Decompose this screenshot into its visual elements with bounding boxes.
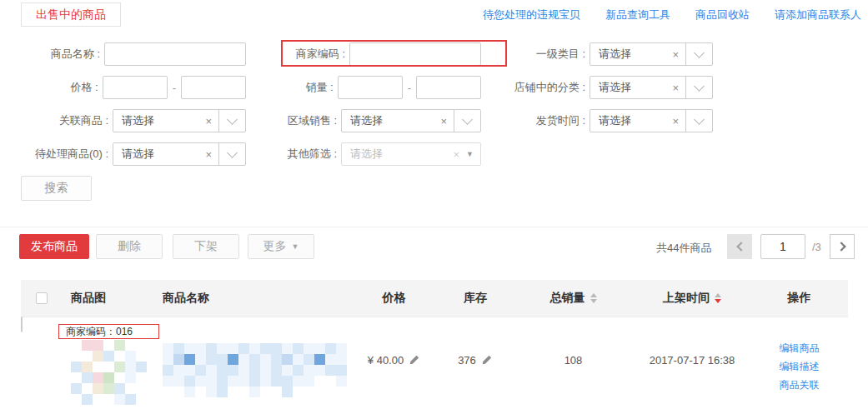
link-add-product-contact[interactable]: 请添加商品联系人 [775, 7, 861, 22]
pending-product-label: 待处理商品(0) : [35, 147, 108, 162]
related-product-select-value: 请选择 [122, 113, 202, 128]
range-separator: - [173, 82, 176, 94]
range-separator: - [408, 82, 411, 94]
more-button[interactable]: 更多 ▼ [248, 234, 314, 259]
product-image-blurred[interactable] [71, 340, 154, 405]
sales-min-input[interactable] [338, 76, 403, 99]
related-product-label: 关联商品 : [59, 113, 108, 128]
product-name-input[interactable] [104, 42, 246, 66]
sort-icons-sales[interactable] [590, 293, 597, 303]
field-related-product: 关联商品 : 请选择 × [0, 109, 246, 132]
field-pending-product: 待处理商品(0) : 请选择 × [0, 142, 246, 166]
shop-category-label: 店铺中的分类 : [514, 80, 585, 95]
field-sales-range: 销量 : - [250, 76, 481, 99]
field-seller-code: 商家编码 : [250, 42, 481, 66]
seller-code-annotation: 商家编码：016 [58, 324, 159, 339]
sales-label: 销量 : [305, 80, 333, 95]
pending-product-select[interactable]: 请选择 × [113, 142, 246, 166]
category-select[interactable]: 请选择 × [590, 42, 713, 66]
table-header: 商品图 商品名称 价格 库存 总销量 上架时间 操作 [21, 280, 848, 317]
chevron-down-icon[interactable] [685, 43, 712, 65]
shop-category-select[interactable]: 请选择 × [590, 76, 713, 99]
field-other-filter: 其他筛选 : 请选择 × ▼ [250, 142, 481, 166]
header-product-image: 商品图 [63, 291, 154, 306]
page-number-input[interactable] [760, 234, 805, 259]
edit-price-icon[interactable] [409, 354, 420, 366]
header-listed-time: 上架时间 [634, 291, 750, 306]
field-shop-category: 店铺中的分类 : 请选择 × [500, 76, 713, 99]
edit-description-link[interactable]: 编辑描述 [780, 357, 820, 376]
clear-icon[interactable]: × [205, 115, 212, 127]
sort-asc-icon[interactable] [715, 293, 721, 297]
price-max-input[interactable] [181, 76, 246, 99]
edit-stock-icon[interactable] [481, 354, 493, 366]
total-sales-value: 108 [564, 354, 583, 367]
field-delivery-time: 发货时间 : 请选择 × [500, 109, 713, 132]
delivery-time-select-value: 请选择 [599, 113, 669, 128]
header-price: 价格 [350, 291, 438, 306]
price-value: ¥ 40.00 [368, 354, 404, 367]
listed-time-value: 2017-07-17 16:38 [650, 354, 735, 367]
chevron-down-icon[interactable] [218, 143, 245, 165]
sort-icons-time[interactable] [715, 293, 721, 303]
clear-icon[interactable]: × [672, 115, 679, 127]
caret-down-icon[interactable]: ▼ [466, 150, 474, 158]
header-stock: 库存 [438, 291, 513, 306]
delivery-time-select[interactable]: 请选择 × [590, 109, 713, 132]
header-product-name: 商品名称 [154, 291, 350, 306]
caret-down-icon: ▼ [292, 242, 299, 251]
chevron-right-icon [836, 242, 845, 251]
row-checkbox[interactable] [21, 317, 23, 332]
take-down-button[interactable]: 下架 [173, 234, 239, 259]
clear-icon[interactable]: × [672, 48, 679, 61]
region-sale-select-value: 请选择 [350, 113, 437, 128]
delete-button[interactable]: 删除 [96, 234, 163, 259]
link-violation-items[interactable]: 待您处理的违规宝贝 [483, 7, 580, 22]
seller-code-label: 商家编码 : [296, 47, 345, 62]
chevron-down-icon[interactable] [454, 110, 480, 132]
delivery-time-label: 发货时间 : [536, 113, 585, 128]
total-pages-label: /3 [812, 241, 821, 253]
edit-product-link[interactable]: 编辑商品 [780, 339, 820, 357]
region-sale-select[interactable]: 请选择 × [341, 109, 481, 132]
select-all-checkbox[interactable] [36, 292, 48, 304]
other-filter-select[interactable]: 请选择 × ▼ [341, 142, 481, 166]
chevron-down-icon[interactable] [685, 110, 712, 132]
other-filter-select-value: 请选择 [350, 147, 449, 162]
category-label: 一级类目 : [536, 47, 585, 62]
clear-icon[interactable]: × [453, 148, 459, 161]
product-management-page: 出售中的商品 待您处理的违规宝贝 新品查询工具 商品回收站 请添加商品联系人 商… [0, 0, 868, 409]
sales-max-input[interactable] [416, 76, 481, 99]
sort-desc-icon[interactable] [590, 299, 597, 303]
field-price-range: 价格 : - [0, 76, 246, 99]
product-name-label: 商品名称 : [51, 47, 100, 62]
category-select-value: 请选择 [599, 47, 669, 62]
prev-page-button[interactable] [727, 234, 752, 259]
header-actions: 操作 [750, 291, 848, 306]
price-min-input[interactable] [103, 76, 168, 99]
sort-desc-icon-active[interactable] [715, 299, 721, 303]
clear-icon[interactable]: × [205, 148, 212, 161]
pending-product-select-value: 请选择 [122, 147, 202, 162]
chevron-down-icon[interactable] [685, 77, 712, 98]
search-button[interactable]: 搜索 [21, 176, 92, 201]
table-row: 商家编码：016 ¥ 40.00 376 108 2017-07-17 16:3… [21, 317, 848, 409]
sort-asc-icon[interactable] [590, 293, 597, 297]
more-button-label: 更多 [263, 239, 287, 254]
related-product-select[interactable]: 请选择 × [113, 109, 246, 132]
tab-products-on-sale[interactable]: 出售中的商品 [21, 2, 121, 27]
clear-icon[interactable]: × [440, 115, 447, 127]
publish-product-button[interactable]: 发布商品 [19, 234, 89, 259]
seller-code-input[interactable] [349, 42, 481, 66]
clear-icon[interactable]: × [672, 82, 679, 94]
product-relation-link[interactable]: 商品关联 [780, 376, 820, 394]
link-new-product-query[interactable]: 新品查询工具 [605, 7, 670, 22]
section-divider [0, 227, 868, 227]
chevron-down-icon[interactable] [218, 110, 245, 132]
stock-value: 376 [458, 354, 476, 367]
next-page-button[interactable] [830, 234, 855, 259]
header-total-sales: 总销量 [513, 291, 634, 306]
link-recycle-bin[interactable]: 商品回收站 [695, 7, 750, 22]
field-category: 一级类目 : 请选择 × [500, 42, 713, 66]
top-links: 待您处理的违规宝贝 新品查询工具 商品回收站 请添加商品联系人 [483, 7, 861, 22]
